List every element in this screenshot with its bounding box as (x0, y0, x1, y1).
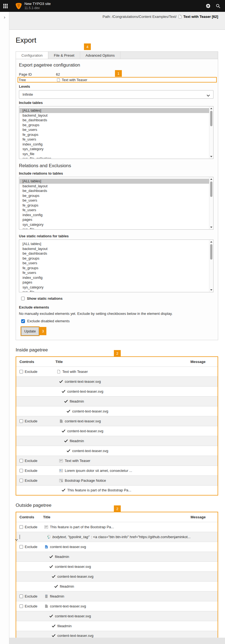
scroll-up-icon (210, 178, 212, 180)
exclude-checkbox[interactable] (19, 595, 23, 598)
scrollbar-thumb[interactable] (210, 244, 212, 260)
listbox-option[interactable]: be_groups (19, 123, 209, 128)
scroll-down-icon (210, 156, 212, 157)
scrollbar-thumb[interactable] (210, 111, 212, 126)
listbox-option[interactable]: fe_groups (19, 266, 209, 271)
tab-file-preset[interactable]: File & Preset (48, 52, 80, 59)
listbox-option[interactable]: sys_file_collection (19, 156, 209, 158)
listbox-option[interactable]: sys_file (19, 152, 209, 156)
listbox-option[interactable]: be_dashboards (19, 251, 209, 256)
message-cell (191, 611, 218, 621)
check-icon (59, 379, 63, 384)
levels-selected-value: Infinite (22, 92, 33, 97)
table-row: Excludecontent-text-teaser.svg (16, 416, 218, 426)
listbox-option[interactable]: sys_file (19, 227, 209, 229)
column-header-title: Title (43, 512, 191, 522)
listbox-option[interactable]: [ALL tables] (19, 241, 209, 246)
listbox-option[interactable]: pages (19, 217, 209, 222)
check-icon (49, 565, 53, 569)
exclude-checkbox[interactable] (19, 545, 23, 549)
listbox-option[interactable]: fe_users (19, 208, 209, 213)
include-relations-listbox[interactable]: [ALL tables]backend_layoutbe_dashboardsb… (19, 177, 213, 230)
scroll-down-icon (210, 289, 212, 291)
listbox-scrollbar[interactable] (209, 107, 213, 158)
site-title: New TYPO3 site (24, 2, 51, 6)
listbox-option[interactable]: backend_layout (19, 184, 209, 189)
exclude-checkbox[interactable] (19, 469, 23, 472)
listbox-option[interactable]: be_dashboards (19, 118, 209, 123)
exclude-checkbox[interactable] (19, 525, 23, 529)
listbox-option[interactable]: sys_category (19, 222, 209, 227)
listbox-option[interactable]: pages (19, 280, 209, 285)
listbox-option[interactable]: be_users (19, 261, 209, 266)
listbox-option[interactable]: fe_users (19, 137, 209, 142)
listbox-option[interactable]: fe_groups (19, 132, 209, 137)
exclude-label: Exclude (25, 594, 37, 598)
exclude-elements-note: No manually excluded elements yet. Exclu… (19, 312, 215, 316)
listbox-option[interactable]: sys_category (19, 147, 209, 152)
breadcrumb: Path: /Congratulations/Content Examples/… (103, 15, 218, 19)
message-cell (190, 485, 218, 495)
listbox-scrollbar[interactable] (209, 177, 213, 229)
listbox-option[interactable]: sys_file (19, 290, 209, 292)
record-title: content-text-teaser.svg (72, 409, 108, 413)
record-title: content-text-teaser.svg (72, 449, 108, 453)
sidebar-expand-button[interactable]: › (4, 15, 5, 20)
listbox-option[interactable]: [ALL tables] (19, 179, 209, 184)
static-relations-listbox[interactable]: [ALL tables]backend_layoutbe_dashboardsb… (19, 240, 213, 292)
tree-label: Tree (19, 78, 56, 82)
table-row: fileadmin (16, 581, 218, 591)
exclude-checkbox[interactable] (19, 479, 23, 482)
tab-advanced-options[interactable]: Advanced Options (80, 52, 120, 59)
exclude-checkbox[interactable] (19, 370, 23, 373)
page-title: Export (16, 36, 225, 45)
softref-action-select[interactable] (19, 535, 20, 539)
exclude-checkbox[interactable] (19, 419, 23, 423)
listbox-option[interactable]: be_dashboards (19, 188, 209, 193)
module-menu-toggle-button[interactable] (0, 0, 11, 12)
message-cell (190, 416, 218, 426)
listbox-option[interactable]: be_users (19, 127, 209, 132)
listbox-option[interactable]: backend_layout (19, 246, 209, 251)
listbox-option[interactable]: [ALL tables] (19, 108, 209, 113)
listbox-option[interactable]: be_groups (19, 256, 209, 261)
listbox-option[interactable]: be_users (19, 198, 209, 203)
exclude-checkbox[interactable] (19, 459, 23, 463)
levels-select[interactable]: Infinite (19, 90, 213, 99)
listbox-option[interactable]: fe_groups (19, 203, 209, 208)
listbox-option[interactable]: fe_users (19, 270, 209, 275)
ce-text-icon (44, 525, 48, 529)
message-cell (191, 562, 218, 571)
update-button[interactable]: Update (21, 327, 39, 335)
listbox-option[interactable]: be_groups (19, 193, 209, 198)
column-header-controls: Controls (16, 357, 55, 367)
listbox-option[interactable]: sys_category (19, 285, 209, 290)
listbox-option[interactable]: backend_layout (19, 113, 209, 118)
section-title: Export pagetree configuration (19, 62, 215, 68)
scrollbar-thumb[interactable] (210, 181, 212, 197)
exclude-disabled-checkbox[interactable] (21, 319, 25, 323)
show-static-relations-checkbox[interactable] (21, 297, 25, 300)
include-tables-listbox[interactable]: [ALL tables]backend_layoutbe_dashboardsb… (19, 106, 213, 159)
exclude-checkbox[interactable] (19, 604, 23, 608)
exclude-label: Exclude (25, 419, 37, 423)
table-row: ExcludeLorem ipsum dolor sit amet, conse… (16, 466, 218, 475)
exclude-elements-label: Exclude elements (19, 305, 215, 309)
message-cell (191, 532, 218, 542)
record-title: fileadmin (70, 439, 84, 443)
ce-text-icon (59, 459, 63, 463)
listbox-option[interactable]: index_config (19, 275, 209, 280)
table-row: fileadmin (16, 621, 218, 631)
exclude-label: Exclude (25, 478, 37, 483)
tab-configuration[interactable]: Configuration (16, 52, 48, 59)
search-button[interactable] (213, 0, 223, 12)
listbox-scrollbar[interactable] (209, 240, 213, 292)
check-icon (61, 488, 66, 492)
settings-button[interactable] (203, 0, 213, 12)
listbox-option[interactable]: index_config (19, 213, 209, 218)
exclude-label: Exclude (25, 469, 37, 473)
topbar: New TYPO3 site 11.5.1-dev (0, 0, 225, 12)
record-title: fileadmin (60, 584, 74, 588)
listbox-option[interactable]: index_config (19, 142, 209, 147)
exclude-label: Exclude (25, 545, 37, 549)
